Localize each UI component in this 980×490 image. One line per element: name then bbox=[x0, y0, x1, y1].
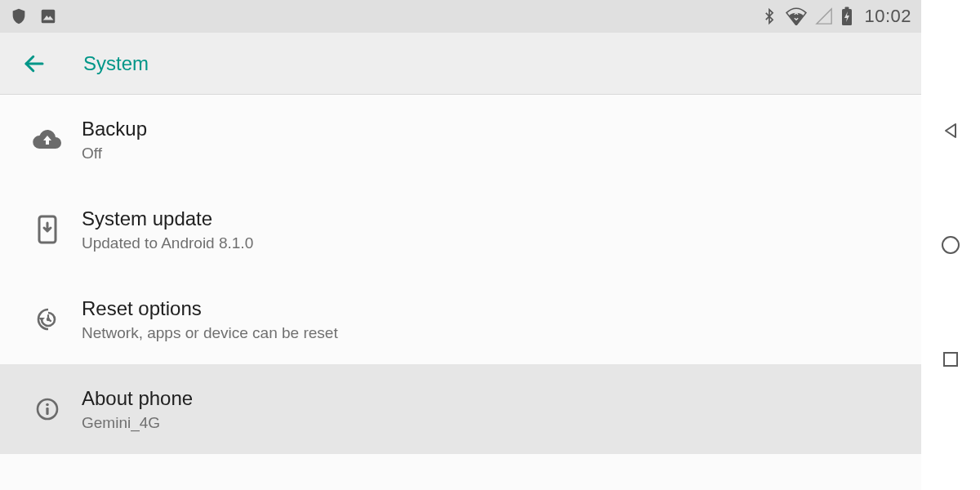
status-bar-clock: 10:02 bbox=[864, 6, 911, 27]
item-title: System update bbox=[82, 207, 253, 231]
item-subtitle: Off bbox=[82, 145, 147, 163]
app-bar: System bbox=[0, 33, 921, 95]
item-title: About phone bbox=[82, 386, 193, 411]
nav-recents-icon bbox=[942, 350, 960, 368]
svg-rect-8 bbox=[46, 408, 48, 415]
battery-charging-icon bbox=[841, 7, 853, 26]
device-frame: 10:02 System Backup Of bbox=[0, 0, 980, 490]
item-subtitle: Gemini_4G bbox=[82, 414, 193, 432]
cellular-signal-icon bbox=[815, 7, 833, 25]
item-title: Backup bbox=[82, 117, 147, 141]
nav-recents-button[interactable] bbox=[939, 348, 962, 371]
navigation-bar bbox=[921, 0, 980, 490]
shield-icon bbox=[10, 7, 28, 25]
wifi-icon bbox=[786, 7, 807, 25]
settings-list: Backup Off System update Updated to Andr… bbox=[0, 95, 921, 490]
system-update-icon bbox=[38, 215, 57, 244]
settings-item-reset-options[interactable]: Reset options Network, apps or device ca… bbox=[0, 274, 921, 364]
item-subtitle: Network, apps or device can be reset bbox=[82, 324, 338, 342]
item-subtitle: Updated to Android 8.1.0 bbox=[82, 234, 253, 252]
status-bar: 10:02 bbox=[0, 0, 921, 33]
status-bar-right: 10:02 bbox=[761, 6, 911, 27]
app-bar-title: System bbox=[83, 52, 149, 75]
svg-rect-0 bbox=[42, 10, 56, 24]
info-icon bbox=[35, 397, 60, 421]
settings-item-backup[interactable]: Backup Off bbox=[0, 95, 921, 185]
status-bar-left bbox=[10, 7, 57, 25]
svg-point-7 bbox=[46, 403, 49, 407]
nav-back-button[interactable] bbox=[939, 119, 962, 142]
svg-rect-11 bbox=[944, 353, 957, 366]
nav-home-button[interactable] bbox=[939, 234, 962, 256]
settings-item-system-update[interactable]: System update Updated to Android 8.1.0 bbox=[0, 185, 921, 274]
nav-back-icon bbox=[941, 121, 960, 140]
svg-point-10 bbox=[942, 237, 959, 253]
back-button[interactable] bbox=[16, 46, 52, 82]
settings-item-about-phone[interactable]: About phone Gemini_4G bbox=[0, 364, 921, 454]
screen-content: 10:02 System Backup Of bbox=[0, 0, 921, 490]
svg-rect-2 bbox=[845, 7, 849, 10]
bluetooth-icon bbox=[761, 7, 777, 26]
cloud-upload-icon bbox=[33, 128, 62, 151]
svg-marker-9 bbox=[946, 124, 956, 137]
nav-home-icon bbox=[940, 234, 961, 256]
restore-icon bbox=[34, 306, 60, 332]
arrow-back-icon bbox=[22, 51, 47, 76]
item-title: Reset options bbox=[82, 296, 338, 321]
image-icon bbox=[39, 7, 57, 25]
